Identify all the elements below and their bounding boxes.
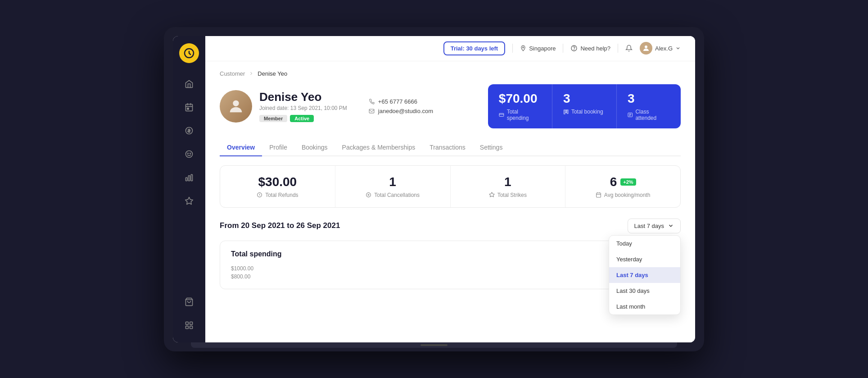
cancellations-label: Total Cancellations xyxy=(346,192,439,198)
strikes-label: Total Strikes xyxy=(461,192,555,198)
chart-label-800: $800.00 xyxy=(231,273,669,280)
location-label: Singapore xyxy=(529,45,556,52)
option-last30days[interactable]: Last 30 days xyxy=(609,283,680,299)
stat-spending: $70.00 Total spending xyxy=(488,84,552,128)
svg-rect-11 xyxy=(186,322,189,324)
phone-item: +65 6777 6666 xyxy=(369,98,433,105)
trial-button[interactable]: Trial: 30 days left xyxy=(443,41,506,55)
stat-spending-value: $70.00 xyxy=(499,91,541,106)
tab-bookings[interactable]: Bookings xyxy=(294,139,335,156)
grid-icon[interactable] xyxy=(179,315,199,335)
chevron-down-icon xyxy=(675,46,681,51)
svg-point-5 xyxy=(190,153,191,154)
spending-card-title: Total spending xyxy=(231,250,669,258)
svg-point-3 xyxy=(186,150,193,157)
option-today[interactable]: Today xyxy=(609,236,680,251)
spending-icon xyxy=(499,112,504,118)
main-content: Trial: 30 days left Singapore xyxy=(205,36,695,342)
help-item[interactable]: Need help? xyxy=(570,45,610,52)
dollar-icon[interactable] xyxy=(179,121,199,141)
divider-1 xyxy=(512,44,513,53)
breadcrumb-parent[interactable]: Customer xyxy=(220,70,245,77)
refunds-label: Total Refunds xyxy=(231,192,324,198)
tab-packages[interactable]: Packages & Memberships xyxy=(335,139,423,156)
logo-button[interactable] xyxy=(179,43,199,63)
strikes-icon xyxy=(489,192,495,198)
customer-name: Denise Yeo xyxy=(259,90,347,104)
svg-point-18 xyxy=(645,46,647,48)
stats-cards: $70.00 Total spending 3 xyxy=(488,84,681,128)
customer-joined: Joined date: 13 Sep 2021, 10:00 PM xyxy=(259,105,347,111)
location-item[interactable]: Singapore xyxy=(520,45,556,52)
svg-rect-20 xyxy=(369,109,374,113)
tab-settings[interactable]: Settings xyxy=(473,139,510,156)
option-last7days[interactable]: Last 7 days xyxy=(609,267,680,283)
stat-classes: 3 Class attended xyxy=(617,84,681,128)
svg-rect-21 xyxy=(499,113,504,116)
svg-point-19 xyxy=(233,100,239,106)
overview-refunds: $30.00 Total Refunds xyxy=(220,166,335,207)
customer-badges: Member Active xyxy=(259,115,347,122)
tab-overview[interactable]: Overview xyxy=(220,139,262,156)
cancellations-icon xyxy=(366,192,371,198)
svg-marker-9 xyxy=(185,197,193,204)
svg-rect-14 xyxy=(190,326,193,328)
divider-3 xyxy=(618,44,618,53)
option-yesterday[interactable]: Yesterday xyxy=(609,251,680,267)
svg-rect-0 xyxy=(186,104,193,111)
chevron-right-icon xyxy=(249,71,254,76)
overview-strikes: 1 Total Strikes xyxy=(451,166,566,207)
notification-item[interactable] xyxy=(625,45,633,52)
customer-contact: +65 6777 6666 janedoe@studio.com xyxy=(369,98,433,114)
customer-avatar xyxy=(220,90,252,123)
badge-member: Member xyxy=(259,115,287,122)
avatar xyxy=(640,42,652,55)
option-lastmonth[interactable]: Last month xyxy=(609,299,680,314)
email-icon xyxy=(369,108,375,114)
bag-icon[interactable] xyxy=(179,292,199,312)
date-range-dropdown-wrapper: Last 7 days Today Yesterday Last 7 days … xyxy=(628,219,681,233)
star-icon[interactable] xyxy=(179,191,199,211)
customer-details: Denise Yeo Joined date: 13 Sep 2021, 10:… xyxy=(259,90,347,122)
dropdown-menu: Today Yesterday Last 7 days Last 30 days… xyxy=(609,235,681,315)
phone-value: +65 6777 6666 xyxy=(378,98,417,105)
svg-rect-23 xyxy=(565,110,567,113)
avg-booking-label: Avg booking/month xyxy=(576,192,669,198)
svg-rect-24 xyxy=(567,110,568,114)
svg-point-4 xyxy=(188,153,189,154)
sidebar xyxy=(173,36,205,342)
date-range-title: From 20 Sep 2021 to 26 Sep 2021 xyxy=(220,221,340,230)
bookings-icon xyxy=(563,109,569,114)
tab-profile[interactable]: Profile xyxy=(262,139,294,156)
svg-marker-28 xyxy=(489,192,494,197)
email-item: janedoe@studio.com xyxy=(369,108,433,114)
avg-badge: +2% xyxy=(620,178,636,186)
user-menu[interactable]: Alex.G xyxy=(640,42,681,55)
stat-spending-label: Total spending xyxy=(499,109,541,121)
dropdown-selected: Last 7 days xyxy=(634,223,665,229)
svg-rect-6 xyxy=(186,178,187,181)
overview-cancellations: 1 Total Cancellations xyxy=(335,166,451,207)
classes-icon xyxy=(628,112,633,118)
svg-rect-22 xyxy=(564,110,565,114)
chevron-down-icon xyxy=(668,223,674,229)
smile-icon[interactable] xyxy=(179,144,199,164)
refunds-value: $30.00 xyxy=(231,175,324,189)
svg-rect-12 xyxy=(190,322,193,324)
svg-rect-13 xyxy=(186,326,189,328)
date-range-dropdown[interactable]: Last 7 days xyxy=(628,219,681,233)
stat-bookings-label: Total booking xyxy=(563,109,606,115)
calendar-icon[interactable] xyxy=(179,97,199,117)
top-header: Trial: 30 days left Singapore xyxy=(205,36,695,61)
email-value: janedoe@studio.com xyxy=(378,108,433,114)
badge-active: Active xyxy=(290,115,314,122)
svg-point-15 xyxy=(523,47,524,48)
tab-transactions[interactable]: Transactions xyxy=(422,139,473,156)
svg-rect-1 xyxy=(187,108,189,109)
chart-icon[interactable] xyxy=(179,168,199,187)
cancellations-value: 1 xyxy=(346,175,439,189)
chart-label-1000: $1000.00 xyxy=(231,265,669,272)
home-icon[interactable] xyxy=(179,74,199,94)
breadcrumb-current: Denise Yeo xyxy=(258,70,287,77)
tabs: Overview Profile Bookings Packages & Mem… xyxy=(220,139,681,156)
